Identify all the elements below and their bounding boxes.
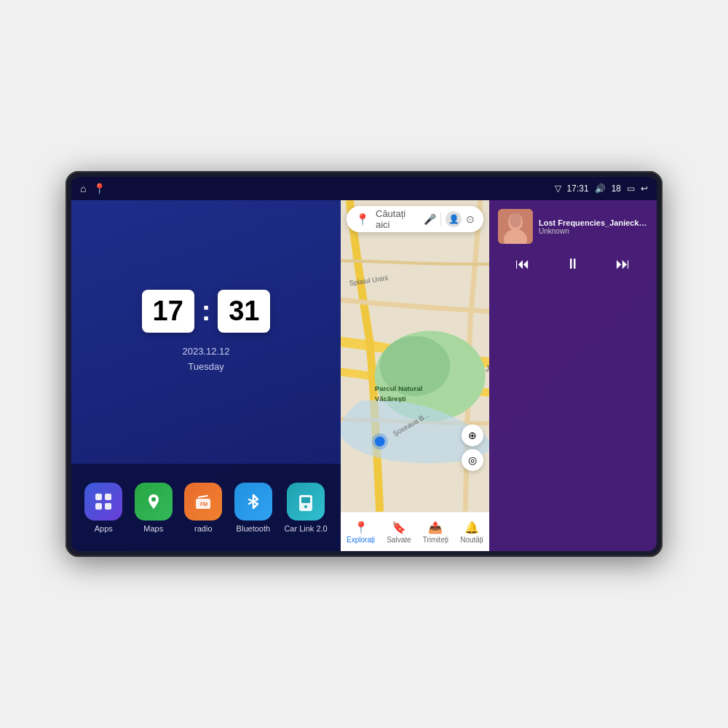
screen: ⌂ 📍 ▽ 17:31 🔊 18 ▭ ↩ 17 : bbox=[71, 177, 657, 551]
layers-icon[interactable]: ⊙ bbox=[466, 213, 475, 225]
status-bar: ⌂ 📍 ▽ 17:31 🔊 18 ▭ ↩ bbox=[71, 177, 657, 200]
next-button[interactable]: ⏭ bbox=[610, 253, 636, 275]
explore-icon: 📍 bbox=[354, 521, 368, 534]
apps-label: Apps bbox=[95, 524, 113, 533]
nav-send[interactable]: 📤 Trimiteți bbox=[423, 521, 448, 544]
saved-icon: 🔖 bbox=[392, 521, 406, 534]
music-info: Lost Frequencies_Janieck Devy-... Unknow… bbox=[498, 209, 648, 244]
svg-text:FM: FM bbox=[200, 502, 207, 507]
music-artist: Unknown bbox=[539, 227, 648, 235]
app-icon-apps[interactable]: Apps bbox=[84, 483, 122, 533]
clock-widget: 17 : 31 2023.12.12 Tuesday bbox=[71, 200, 341, 464]
music-panel: Lost Frequencies_Janieck Devy-... Unknow… bbox=[489, 200, 657, 551]
app-icon-carlink[interactable]: Car Link 2.0 bbox=[284, 483, 327, 533]
home-icon[interactable]: ⌂ bbox=[80, 183, 86, 194]
svg-rect-1 bbox=[105, 494, 111, 500]
account-icon[interactable]: 👤 bbox=[446, 211, 462, 227]
clock-minute: 31 bbox=[218, 290, 270, 333]
album-art bbox=[498, 209, 533, 244]
battery-level: 18 bbox=[612, 183, 621, 194]
map-search-bar[interactable]: 📍 Căutați aici 🎤 👤 ⊙ bbox=[347, 206, 483, 232]
clock-hour: 17 bbox=[142, 290, 194, 333]
carlink-icon bbox=[287, 483, 325, 521]
svg-rect-0 bbox=[95, 494, 102, 500]
signal-icon: ▽ bbox=[555, 183, 561, 194]
clock-display: 17 : 31 bbox=[142, 290, 271, 333]
map-container[interactable]: UZANA TRAPEZULUI BUCUREȘTI JUDEȚUL ILFOV… bbox=[341, 200, 489, 512]
app-icon-bluetooth[interactable]: Bluetooth bbox=[234, 483, 272, 533]
nav-saved[interactable]: 🔖 Salvate bbox=[387, 521, 411, 544]
svg-text:Văcărești: Văcărești bbox=[375, 395, 406, 403]
apps-icon bbox=[84, 483, 122, 521]
svg-point-9 bbox=[304, 505, 307, 508]
mic-icon[interactable]: 🎤 bbox=[424, 213, 436, 225]
status-left: ⌂ 📍 bbox=[80, 183, 106, 194]
maps-label: Maps bbox=[143, 524, 163, 533]
maps-status-icon[interactable]: 📍 bbox=[93, 183, 106, 194]
left-panel: 17 : 31 2023.12.12 Tuesday bbox=[71, 200, 341, 551]
bluetooth-label: Bluetooth bbox=[237, 524, 270, 533]
send-label: Trimiteți bbox=[423, 536, 448, 544]
search-text: Căutați aici bbox=[376, 208, 418, 230]
bluetooth-icon bbox=[234, 483, 272, 521]
news-icon: 🔔 bbox=[464, 521, 479, 534]
compass-button[interactable]: ⊕ bbox=[462, 424, 483, 446]
device: ⌂ 📍 ▽ 17:31 🔊 18 ▭ ↩ 17 : bbox=[66, 171, 662, 557]
svg-rect-2 bbox=[95, 503, 102, 510]
maps-pin-icon: 📍 bbox=[355, 213, 370, 226]
map-bottom-bar: 📍 Explorați 🔖 Salvate 📤 Trimiteți 🔔 Nout… bbox=[341, 512, 489, 551]
battery-icon: ▭ bbox=[627, 183, 635, 194]
svg-text:Parcul Natural: Parcul Natural bbox=[375, 384, 422, 392]
music-title: Lost Frequencies_Janieck Devy-... bbox=[539, 218, 648, 227]
maps-icon bbox=[135, 483, 173, 521]
music-controls: ⏮ ⏸ ⏭ bbox=[498, 253, 648, 275]
clock-colon: : bbox=[202, 296, 211, 327]
svg-point-33 bbox=[510, 213, 521, 228]
map-search-icons: 🎤 👤 ⊙ bbox=[424, 211, 475, 227]
prev-button[interactable]: ⏮ bbox=[510, 253, 536, 275]
svg-point-27 bbox=[372, 433, 388, 449]
right-panel: UZANA TRAPEZULUI BUCUREȘTI JUDEȚUL ILFOV… bbox=[341, 200, 489, 551]
svg-rect-3 bbox=[105, 503, 111, 510]
svg-rect-8 bbox=[301, 497, 310, 503]
music-text: Lost Frequencies_Janieck Devy-... Unknow… bbox=[539, 218, 648, 235]
radio-icon: FM bbox=[184, 483, 222, 521]
app-icon-radio[interactable]: FM radio bbox=[184, 483, 222, 533]
play-pause-button[interactable]: ⏸ bbox=[560, 253, 586, 275]
svg-text:JUDEȚUL ILFOV: JUDEȚUL ILFOV bbox=[486, 364, 489, 373]
send-icon: 📤 bbox=[428, 521, 443, 534]
back-icon[interactable]: ↩ bbox=[641, 183, 648, 194]
status-right: ▽ 17:31 🔊 18 ▭ ↩ bbox=[555, 183, 648, 194]
main-content: 17 : 31 2023.12.12 Tuesday bbox=[71, 200, 657, 551]
time-display: 17:31 bbox=[567, 183, 589, 194]
news-label: Noutăți bbox=[460, 536, 483, 544]
saved-label: Salvate bbox=[387, 536, 411, 544]
carlink-label: Car Link 2.0 bbox=[284, 524, 327, 533]
app-icon-maps[interactable]: Maps bbox=[135, 483, 173, 533]
explore-label: Explorați bbox=[347, 536, 375, 544]
volume-icon: 🔊 bbox=[595, 183, 606, 194]
locate-button[interactable]: ◎ bbox=[462, 449, 483, 471]
radio-label: radio bbox=[194, 524, 212, 533]
app-shortcuts: Apps Maps bbox=[71, 464, 341, 551]
svg-point-4 bbox=[151, 497, 156, 502]
clock-date: 2023.12.12 Tuesday bbox=[182, 344, 229, 375]
nav-explore[interactable]: 📍 Explorați bbox=[347, 521, 375, 544]
nav-news[interactable]: 🔔 Noutăți bbox=[460, 521, 483, 544]
